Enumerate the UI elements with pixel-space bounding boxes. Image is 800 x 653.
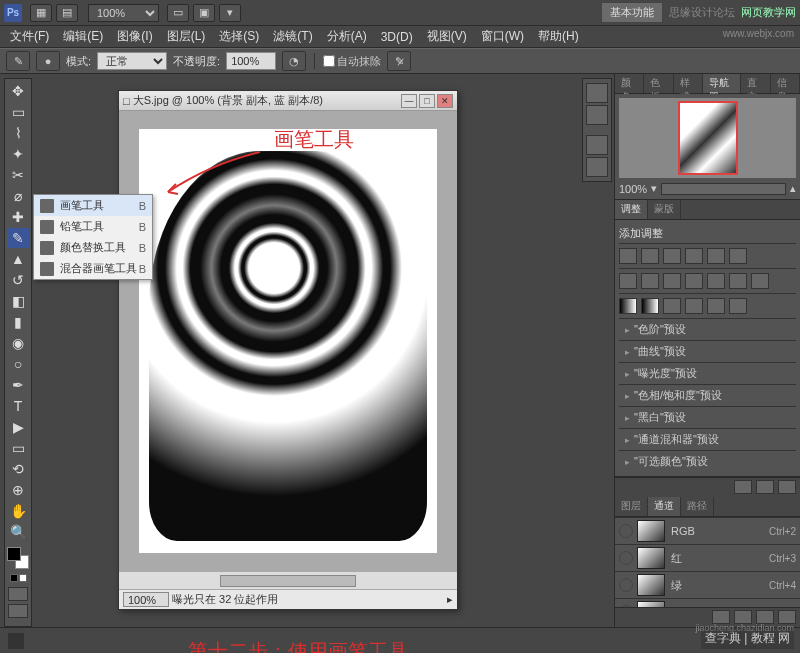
menu-select[interactable]: 选择(S) — [213, 26, 265, 47]
paragraph-panel-icon[interactable] — [586, 157, 608, 177]
lasso-tool[interactable]: ⌇ — [7, 123, 29, 143]
adjust-footer-icon2[interactable] — [756, 480, 774, 494]
save-selection-icon[interactable] — [734, 610, 752, 624]
fg-color-swatch[interactable] — [7, 547, 21, 561]
channel-rgb[interactable]: RGB Ctrl+2 — [615, 517, 800, 544]
levels-icon[interactable] — [641, 248, 659, 264]
channel-blue[interactable]: 蓝 Ctrl+5 — [615, 598, 800, 607]
tablet-pressure-icon[interactable]: ✎̷ — [387, 51, 411, 71]
exposure-icon[interactable] — [685, 248, 703, 264]
menu-image[interactable]: 图像(I) — [111, 26, 158, 47]
dodge-tool[interactable]: ○ — [7, 354, 29, 374]
bridge-icon[interactable]: ▦ — [30, 4, 52, 22]
doc-zoom-input[interactable] — [123, 592, 169, 607]
flyout-brush-tool[interactable]: 画笔工具 B — [34, 195, 152, 216]
channel-red[interactable]: 红 Ctrl+3 — [615, 544, 800, 571]
adj-misc2-icon[interactable] — [685, 298, 703, 314]
preset-hue[interactable]: "色相/饱和度"预设 — [619, 384, 796, 406]
visibility-icon[interactable] — [619, 524, 633, 538]
flyout-pencil-tool[interactable]: 铅笔工具 B — [34, 216, 152, 237]
eraser-tool[interactable]: ◧ — [7, 291, 29, 311]
preset-curves[interactable]: "曲线"预设 — [619, 340, 796, 362]
hue-icon[interactable] — [729, 248, 747, 264]
zoom-in-icon[interactable]: ▴ — [790, 182, 796, 195]
nav-zoom-slider[interactable] — [661, 183, 786, 195]
preset-bw[interactable]: "黑白"预设 — [619, 406, 796, 428]
pressure-opacity-icon[interactable]: ◔ — [282, 51, 306, 71]
preset-channel-mixer[interactable]: "通道混和器"预设 — [619, 428, 796, 450]
pen-tool[interactable]: ✒ — [7, 375, 29, 395]
marquee-tool[interactable]: ▭ — [7, 102, 29, 122]
menu-analysis[interactable]: 分析(A) — [321, 26, 373, 47]
visibility-icon[interactable] — [619, 578, 633, 592]
tab-masks[interactable]: 蒙版 — [648, 200, 681, 219]
menu-edit[interactable]: 编辑(E) — [57, 26, 109, 47]
preset-levels[interactable]: "色阶"预设 — [619, 318, 796, 340]
type-tool[interactable]: T — [7, 396, 29, 416]
hand-tool[interactable]: ✋ — [7, 501, 29, 521]
document-titlebar[interactable]: □ 大S.jpg @ 100% (背景 副本, 蓝 副本/8) — □ ✕ — [119, 91, 457, 111]
workspace-badge[interactable]: 基本功能 — [601, 2, 663, 23]
tab-info[interactable]: 信息 — [771, 74, 800, 93]
gradient1-icon[interactable] — [619, 298, 637, 314]
tab-adjustments[interactable]: 调整 — [615, 200, 648, 219]
channel-mixer-icon[interactable] — [663, 273, 681, 289]
minimize-icon[interactable]: — — [401, 94, 417, 108]
minibridge-icon[interactable]: ▤ — [56, 4, 78, 22]
menu-layer[interactable]: 图层(L) — [161, 26, 212, 47]
close-icon[interactable]: ✕ — [437, 94, 453, 108]
arrange-icon[interactable]: ▭ — [167, 4, 189, 22]
menu-window[interactable]: 窗口(W) — [475, 26, 530, 47]
history-brush-tool[interactable]: ↺ — [7, 270, 29, 290]
menu-3d[interactable]: 3D(D) — [375, 28, 419, 46]
crop-tool[interactable]: ✂ — [7, 165, 29, 185]
visibility-icon[interactable] — [619, 551, 633, 565]
screenmode-icon[interactable]: ▣ — [193, 4, 215, 22]
brush-tool[interactable]: ✎ — [7, 228, 29, 248]
eyedropper-tool[interactable]: ⌀ — [7, 186, 29, 206]
default-colors-icon[interactable] — [10, 574, 27, 582]
zoom-level-select[interactable]: 100% — [88, 4, 159, 22]
load-selection-icon[interactable] — [712, 610, 730, 624]
menu-filter[interactable]: 滤镜(T) — [267, 26, 318, 47]
navigator-thumbnail[interactable] — [619, 98, 796, 178]
new-channel-icon[interactable] — [756, 610, 774, 624]
threshold-icon[interactable] — [729, 273, 747, 289]
menu-view[interactable]: 视图(V) — [421, 26, 473, 47]
tab-channels[interactable]: 通道 — [648, 497, 681, 516]
heal-tool[interactable]: ✚ — [7, 207, 29, 227]
blend-mode-select[interactable]: 正常 — [97, 52, 167, 70]
quickmask-icon[interactable] — [8, 587, 28, 601]
color-swatches[interactable] — [7, 547, 29, 569]
selective-color-icon[interactable] — [751, 273, 769, 289]
extra-icon[interactable]: ▾ — [219, 4, 241, 22]
actions-panel-icon[interactable] — [586, 105, 608, 125]
tab-histogram[interactable]: 直方 — [741, 74, 770, 93]
adj-misc1-icon[interactable] — [663, 298, 681, 314]
bw-icon[interactable] — [619, 273, 637, 289]
zoom-tool[interactable]: 🔍 — [7, 522, 29, 542]
vibrance-icon[interactable] — [707, 248, 725, 264]
auto-erase-checkbox[interactable]: 自动抹除 — [323, 54, 381, 69]
zoom-out-icon[interactable]: ▾ — [651, 182, 657, 195]
path-select-tool[interactable]: ▶ — [7, 417, 29, 437]
adj-misc3-icon[interactable] — [707, 298, 725, 314]
scrollbar-thumb[interactable] — [220, 575, 355, 587]
tab-paths[interactable]: 路径 — [681, 497, 714, 516]
brush-preset-icon[interactable]: ● — [36, 51, 60, 71]
wand-tool[interactable]: ✦ — [7, 144, 29, 164]
brightness-icon[interactable] — [619, 248, 637, 264]
auto-erase-input[interactable] — [323, 55, 335, 67]
flyout-color-replace-tool[interactable]: 颜色替换工具 B — [34, 237, 152, 258]
horizontal-scrollbar[interactable] — [119, 571, 457, 589]
menu-file[interactable]: 文件(F) — [4, 26, 55, 47]
gradient2-icon[interactable] — [641, 298, 659, 314]
tab-swatches[interactable]: 色板 — [644, 74, 673, 93]
move-tool[interactable]: ✥ — [7, 81, 29, 101]
curves-icon[interactable] — [663, 248, 681, 264]
screenmode-toggle-icon[interactable] — [8, 604, 28, 618]
gradient-tool[interactable]: ▮ — [7, 312, 29, 332]
invert-icon[interactable] — [685, 273, 703, 289]
photo-filter-icon[interactable] — [641, 273, 659, 289]
stamp-tool[interactable]: ▲ — [7, 249, 29, 269]
